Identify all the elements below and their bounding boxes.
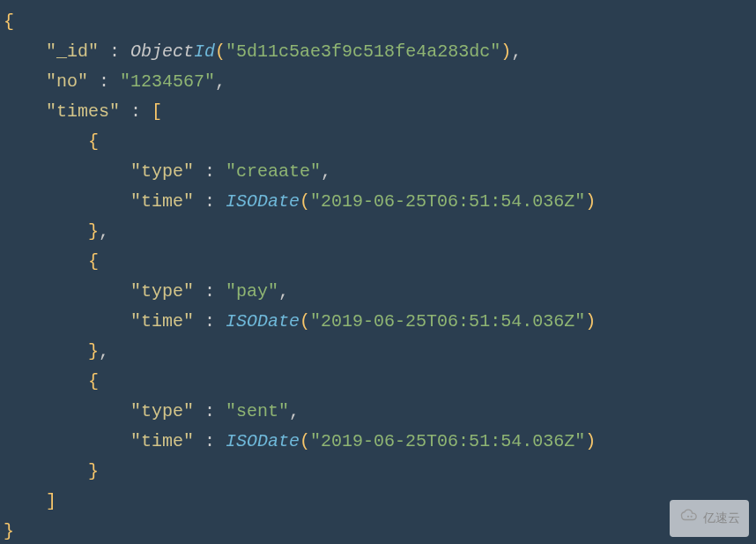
open-brace: { [4,11,14,32]
isodate-fn: ISODate [226,431,300,451]
colon: : [194,161,226,182]
inner-open-brace: { [88,251,99,272]
colon: : [194,311,226,332]
close-paren: ) [500,41,511,62]
time-key: "time" [130,191,194,212]
close-paren: ) [585,431,596,451]
comma: , [289,401,300,421]
times-key: "times" [46,101,120,122]
inner-open-brace: { [88,131,99,152]
colon: : [194,431,226,451]
inner-close-brace: } [88,341,99,361]
type-key: "type" [130,161,194,182]
inner-close-brace: } [88,221,99,242]
colon: : [88,71,120,92]
svg-point-1 [687,516,689,518]
time-value-2: "2019-06-25T06:51:54.036Z" [310,311,585,332]
close-brace: } [4,521,14,541]
open-bracket: [ [152,101,162,122]
type-key: "type" [130,281,194,302]
id-fn: Id [194,41,215,62]
cloud-icon [678,505,698,532]
watermark: 亿速云 [670,500,749,537]
no-key: "no" [46,71,88,92]
comma: , [511,41,522,62]
svg-point-0 [691,516,693,518]
time-key: "time" [130,311,194,332]
type-key: "type" [130,401,194,421]
isodate-fn: ISODate [226,311,300,332]
comma: , [278,281,289,302]
object-prefix: Object [130,41,194,62]
colon: : [194,401,226,421]
inner-close-brace: } [88,461,99,481]
id-key: "_id" [46,41,99,62]
colon: : [194,191,226,212]
close-paren: ) [585,311,596,332]
colon: : [194,281,226,302]
comma: , [99,341,109,361]
code-block: { "_id" : ObjectId("5d11c5ae3f9c518fe4a2… [4,7,752,544]
watermark-text: 亿速云 [703,508,740,529]
open-paren: ( [300,191,310,212]
open-paren: ( [300,431,310,451]
type-value-2: "pay" [226,281,278,302]
comma: , [99,221,109,242]
open-paren: ( [215,41,226,62]
time-value-1: "2019-06-25T06:51:54.036Z" [310,191,585,212]
type-value-3: "sent" [226,401,289,421]
isodate-fn: ISODate [226,191,300,212]
no-value: "1234567" [120,71,215,92]
type-value-1: "creaate" [226,161,321,182]
id-value: "5d11c5ae3f9c518fe4a283dc" [226,41,500,62]
close-bracket: ] [46,491,56,511]
inner-open-brace: { [88,371,99,391]
comma: , [215,71,226,92]
close-paren: ) [585,191,596,212]
colon: : [99,41,130,62]
time-value-3: "2019-06-25T06:51:54.036Z" [310,431,585,451]
time-key: "time" [130,431,194,451]
comma: , [321,161,331,182]
colon: : [120,101,152,122]
open-paren: ( [300,311,310,332]
